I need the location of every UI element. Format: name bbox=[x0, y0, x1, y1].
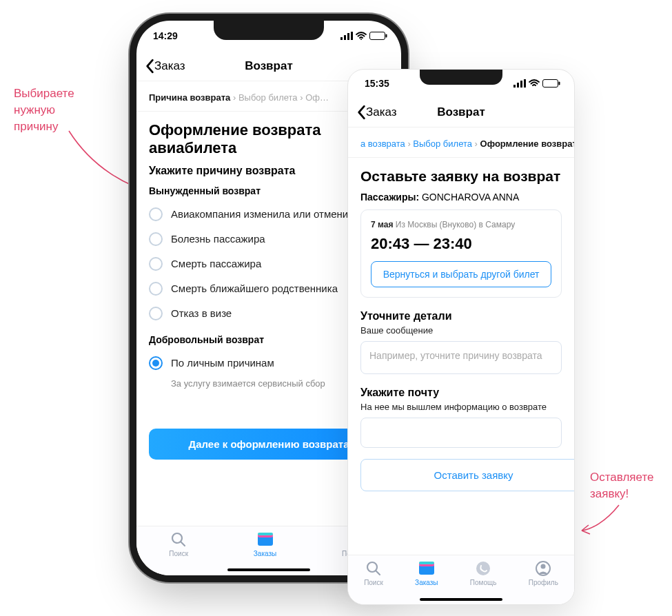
svg-rect-15 bbox=[524, 79, 526, 88]
svg-rect-12 bbox=[513, 85, 516, 88]
tab-profile[interactable]: Профиль bbox=[529, 559, 558, 586]
details-heading: Уточните детали bbox=[360, 310, 562, 322]
svg-rect-2 bbox=[347, 33, 349, 40]
svg-line-7 bbox=[181, 542, 185, 546]
radio-icon bbox=[149, 282, 163, 296]
button-label: Вернуться и выбрать другой билет bbox=[383, 269, 540, 280]
nav-bar: Заказ Возврат bbox=[348, 97, 574, 127]
notch bbox=[214, 21, 324, 40]
message-textarea[interactable]: Например, уточните причину возврата bbox=[360, 341, 562, 374]
svg-rect-14 bbox=[520, 81, 522, 88]
radio-icon-selected bbox=[149, 356, 163, 370]
wifi-icon bbox=[529, 79, 540, 88]
tab-search[interactable]: Поиск bbox=[364, 559, 383, 586]
chevron-left-icon bbox=[356, 105, 366, 120]
option-label: Смерть пассажира bbox=[171, 258, 261, 269]
email-input[interactable] bbox=[360, 418, 562, 448]
orders-icon bbox=[256, 531, 274, 548]
status-icons bbox=[340, 32, 387, 40]
battery-icon bbox=[369, 32, 387, 40]
annotation-right: Оставляете заявку! bbox=[590, 469, 666, 502]
back-label: Заказ bbox=[366, 105, 397, 119]
ticket-time: 20:43 — 23:40 bbox=[371, 235, 551, 253]
tab-label: Заказы bbox=[415, 579, 438, 586]
submit-button[interactable]: Оставить заявку bbox=[360, 459, 574, 491]
option-label: Отказ в визе bbox=[171, 307, 232, 319]
svg-rect-4 bbox=[370, 32, 385, 40]
passengers-label: Пассажиры: bbox=[360, 192, 419, 203]
ticket-route-text: Из Москвы (Внуково) в Самару bbox=[396, 220, 515, 229]
svg-rect-13 bbox=[517, 83, 519, 88]
wifi-icon bbox=[356, 32, 367, 40]
option-label: По личным причинам bbox=[171, 357, 274, 369]
tab-bar: Поиск Заказы Помощь Профиль bbox=[348, 555, 574, 604]
passengers-name: GONCHAROVA ANNA bbox=[422, 192, 519, 203]
cta-label: Далее к оформлению возврата bbox=[189, 438, 349, 450]
svg-rect-22 bbox=[419, 562, 434, 564]
svg-point-23 bbox=[476, 562, 490, 575]
svg-rect-16 bbox=[543, 80, 558, 88]
svg-rect-1 bbox=[344, 35, 346, 40]
phone-screen-2: 15:35 Заказ Возврат а возврата › Выбор б… bbox=[347, 69, 575, 605]
back-button[interactable]: Заказ bbox=[145, 59, 185, 74]
status-icons bbox=[513, 79, 560, 88]
tab-label: Поиск bbox=[364, 579, 383, 586]
profile-icon bbox=[534, 559, 552, 577]
tab-label: Поиск bbox=[169, 550, 188, 557]
home-indicator bbox=[227, 568, 310, 571]
battery-icon bbox=[542, 79, 560, 88]
home-indicator bbox=[420, 598, 502, 601]
crumb-3[interactable]: Оформление возврата bbox=[480, 138, 574, 149]
radio-icon bbox=[149, 207, 163, 221]
arrow-right-icon bbox=[578, 502, 626, 543]
radio-icon bbox=[149, 307, 163, 320]
ticket-date: 7 мая bbox=[371, 220, 393, 229]
crumb-2[interactable]: Выбор билета bbox=[238, 92, 298, 103]
radio-icon bbox=[149, 257, 163, 271]
status-time: 14:29 bbox=[153, 30, 178, 41]
tab-label: Помощь bbox=[470, 579, 497, 586]
crumb-1[interactable]: а возврата bbox=[360, 138, 405, 149]
crumb-1[interactable]: Причина возврата bbox=[149, 92, 230, 103]
tab-orders[interactable]: Заказы bbox=[254, 531, 276, 557]
breadcrumb: а возврата › Выбор билета › Оформление в… bbox=[348, 127, 574, 158]
crumb-2[interactable]: Выбор билета bbox=[413, 138, 472, 149]
option-label: Болезнь пассажира bbox=[171, 233, 265, 245]
help-icon bbox=[474, 559, 492, 577]
tab-label: Заказы bbox=[254, 550, 276, 557]
svg-line-19 bbox=[376, 571, 380, 575]
svg-rect-10 bbox=[258, 533, 273, 535]
chevron-left-icon bbox=[145, 59, 154, 74]
svg-point-25 bbox=[541, 564, 546, 569]
svg-rect-3 bbox=[351, 32, 353, 40]
page-title: Оставьте заявку на возврат bbox=[360, 167, 562, 185]
signal-icon bbox=[340, 32, 353, 40]
notch bbox=[420, 70, 502, 85]
content-area: а возврата › Выбор билета › Оформление в… bbox=[348, 127, 574, 555]
tab-orders[interactable]: Заказы bbox=[415, 559, 438, 586]
radio-icon bbox=[149, 232, 163, 246]
svg-rect-17 bbox=[559, 82, 560, 85]
placeholder-text: Например, уточните причину возврата bbox=[369, 350, 542, 361]
option-label: Смерть ближайшего родственника bbox=[171, 283, 338, 294]
button-label: Оставить заявку bbox=[434, 469, 513, 481]
signal-icon bbox=[513, 79, 526, 88]
email-subheading: На нее мы вышлем информацию о возврате bbox=[360, 402, 562, 412]
status-time: 15:35 bbox=[365, 78, 389, 89]
svg-rect-0 bbox=[340, 37, 343, 40]
crumb-3[interactable]: Оф… bbox=[305, 92, 329, 103]
tab-label: Профиль bbox=[529, 579, 558, 586]
tab-help[interactable]: Помощь bbox=[470, 559, 497, 586]
email-heading: Укажите почту bbox=[360, 387, 562, 399]
ticket-route: 7 мая Из Москвы (Внуково) в Самару bbox=[371, 220, 551, 229]
back-label: Заказ bbox=[154, 59, 185, 73]
change-ticket-button[interactable]: Вернуться и выбрать другой билет bbox=[371, 261, 551, 287]
search-icon bbox=[170, 531, 187, 548]
tab-search[interactable]: Поиск bbox=[169, 531, 188, 557]
passengers-line: Пассажиры: GONCHAROVA ANNA bbox=[360, 192, 562, 203]
back-button[interactable]: Заказ bbox=[356, 105, 397, 120]
details-subheading: Ваше сообщение bbox=[360, 325, 562, 336]
search-icon bbox=[365, 559, 383, 577]
svg-rect-5 bbox=[386, 34, 387, 38]
ticket-card: 7 мая Из Москвы (Внуково) в Самару 20:43… bbox=[360, 209, 562, 298]
